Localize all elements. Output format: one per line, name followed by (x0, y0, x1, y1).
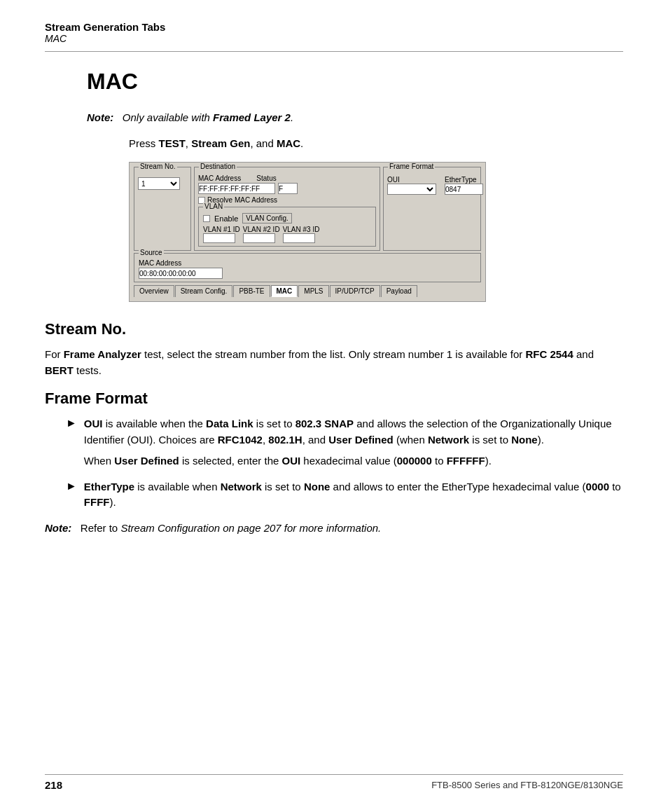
bullet-ethertype: ► EtherType is available when Network is… (45, 479, 623, 511)
oui-label: OUI (387, 176, 436, 184)
note1: Note: Only available with Framed Layer 2… (45, 111, 623, 123)
tab-ip-udp-tcp[interactable]: IP/UDP/TCP (330, 285, 380, 297)
stream-no-panel-label: Stream No. (139, 163, 177, 170)
source-mac-input[interactable] (139, 268, 223, 279)
source-mac-label: MAC Address (139, 259, 476, 267)
footer-page-number: 218 (45, 779, 62, 791)
bottom-note-label: Note: (45, 522, 71, 534)
tab-payload[interactable]: Payload (381, 285, 417, 297)
vlan2-input[interactable] (243, 233, 275, 243)
vlan3-label: VLAN #3 ID (283, 226, 320, 233)
oui-description: OUI is available when the Data Link is s… (84, 416, 623, 469)
screenshot: Stream No. 1 Destination MAC Address Sta… (129, 162, 486, 302)
main-heading: MAC (45, 69, 623, 95)
vlan2-label: VLAN #2 ID (243, 226, 280, 233)
note1-label: Note: (87, 111, 113, 123)
screenshot-tabs: Overview Stream Config. PBB-TE MAC MPLS … (134, 285, 481, 297)
oui-sub-text: When User Defined is selected, enter the… (84, 453, 623, 469)
vlan-config-button[interactable]: VLAN Config. (242, 213, 292, 223)
ethertype-description: EtherType is available when Network is s… (84, 479, 623, 511)
frame-format-section: Frame Format ► OUI is available when the… (45, 390, 623, 511)
vlan-enable-checkbox[interactable] (203, 215, 210, 222)
stream-no-section: Stream No. For Frame Analyzer test, sele… (45, 320, 623, 378)
vlan-label: VLAN (203, 202, 224, 210)
ethertype-input[interactable] (445, 184, 483, 195)
arrow-icon-2: ► (66, 480, 77, 511)
tab-stream-config[interactable]: Stream Config. (175, 285, 233, 297)
bullet-oui: ► OUI is available when the Data Link is… (45, 416, 623, 469)
tab-pbb-te[interactable]: PBB-TE (233, 285, 270, 297)
stream-no-select[interactable]: 1 (138, 177, 180, 190)
header-title: Stream Generation Tabs (45, 21, 623, 33)
tab-mpls[interactable]: MPLS (298, 285, 328, 297)
arrow-icon-1: ► (66, 417, 77, 469)
source-panel: Source MAC Address (134, 253, 481, 282)
dest-mac-input[interactable] (198, 183, 275, 194)
vlan3-input[interactable] (283, 233, 315, 243)
destination-panel-label: Destination (199, 163, 237, 170)
stream-no-heading: Stream No. (45, 320, 623, 338)
ethertype-label: EtherType (445, 176, 483, 184)
frame-format-panel-label: Frame Format (388, 163, 435, 170)
source-panel-label: Source (139, 249, 164, 256)
press-instruction: Press TEST, Stream Gen, and MAC. (45, 137, 623, 149)
dest-status-input[interactable] (278, 183, 298, 194)
bottom-note: Note: Refer to Stream Configuration on p… (45, 521, 623, 537)
vlan1-label: VLAN #1 ID (203, 226, 240, 233)
frame-format-heading: Frame Format (45, 390, 623, 408)
vlan-enable-label: Enable (214, 214, 238, 223)
dest-mac-label: MAC Address Status (198, 174, 376, 182)
bottom-note-text: Refer to Stream Configuration on page 20… (81, 522, 381, 534)
footer-product: FTB-8500 Series and FTB-8120NGE/8130NGE (431, 780, 623, 790)
note1-text: Only available with Framed Layer 2. (123, 111, 293, 123)
tab-overview[interactable]: Overview (134, 285, 174, 297)
oui-select[interactable] (387, 184, 436, 195)
header-subtitle: MAC (45, 33, 623, 44)
vlan1-input[interactable] (203, 233, 235, 243)
page-header: Stream Generation Tabs MAC (45, 21, 623, 52)
vlan-panel: VLAN Enable VLAN Config. VLAN #1 ID (198, 207, 376, 247)
page-footer: 218 FTB-8500 Series and FTB-8120NGE/8130… (45, 774, 623, 791)
resolve-mac-row: Resolve MAC Address (198, 196, 376, 204)
tab-mac[interactable]: MAC (271, 285, 298, 297)
stream-no-body: For Frame Analyzer test, select the stre… (45, 347, 623, 378)
